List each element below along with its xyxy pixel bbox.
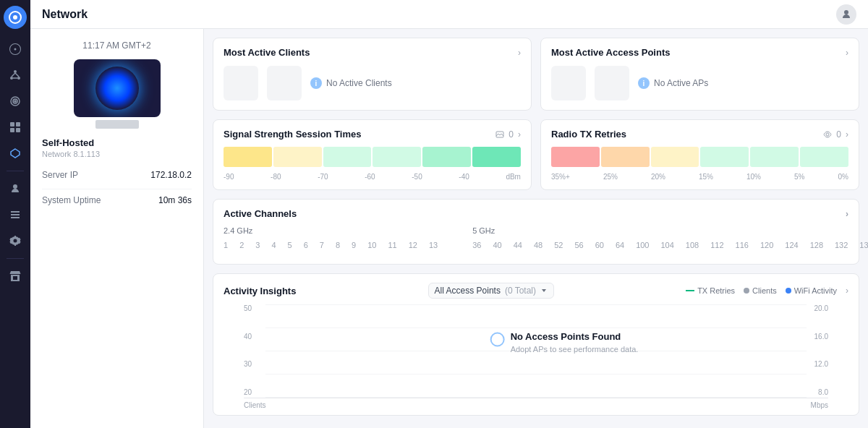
y-labels-left: 50 40 30 20 [244,304,252,398]
chevron-right-icon-aps: › [846,48,848,58]
y-right-axis-label: Mbps [811,401,828,409]
most-active-aps-nav[interactable]: › [846,48,848,58]
chevron-down-icon [540,287,548,294]
chevron-right-activity: › [846,286,848,296]
tx-bar-6 [800,147,848,167]
svg-rect-17 [11,211,20,213]
no-data-overlay: No Access Points Found Adopt APs to see … [511,330,639,353]
signal-strength-nav[interactable]: 0 › [495,129,521,140]
header: Network [30,0,868,29]
ap-device-thumb-2 [595,66,629,100]
ghz-24-label: 2.4 GHz [224,226,438,235]
tx-bar-4 [700,147,749,167]
sidebar-item-network[interactable] [4,142,27,165]
activity-chart: 50 40 30 20 20.0 16.0 12.0 8.0 [213,304,859,415]
active-channels-title: Active Channels › [224,208,848,219]
tx-bar-1 [551,147,600,167]
activity-filter-button[interactable]: All Access Points (0 Total) [428,283,555,299]
radio-tx-bars [551,147,848,167]
signal-bar-4 [373,147,421,167]
chevron-right-channels: › [846,209,848,219]
tx-bar-2 [601,147,650,167]
svg-point-21 [826,133,829,136]
right-panel: Most Active Clients › i No Active Client… [204,29,868,428]
legend-clients-dot [744,288,749,294]
info-icon-aps: i [638,77,650,89]
active-cards-row: Most Active Clients › i No Active Client… [213,38,859,111]
most-active-aps-card: Most Active Access Points › i No Active … [540,38,859,111]
radio-tx-nav[interactable]: 0 › [823,129,848,140]
grid-line-5 [265,397,807,398]
y-labels-right: 20.0 16.0 12.0 8.0 [814,304,828,398]
tx-bar-5 [750,147,799,167]
sidebar-item-settings[interactable] [4,229,27,252]
grid-line-1 [265,304,807,305]
main-area: Network 11:17 AM GMT+2 Self-Hosted Netwo… [30,0,868,428]
sidebar [0,0,30,428]
chart-wrapper: 50 40 30 20 20.0 16.0 12.0 8.0 [224,304,848,409]
most-active-clients-title: Most Active Clients › [224,47,521,58]
most-active-aps-title: Most Active Access Points › [551,47,848,58]
axis-labels: Clients Mbps [244,401,828,409]
svg-point-3 [14,70,17,73]
svg-point-5 [17,77,20,80]
activity-insights-card: Activity Insights All Access Points (0 T… [213,273,859,416]
legend-wifi-activity: WiFi Activity [786,286,837,295]
client-device-thumb-2 [267,66,302,100]
device-image [74,59,161,117]
sidebar-item-store[interactable] [4,265,27,288]
channel-numbers-5: 36 40 44 48 52 56 60 64 100 104 108 112 [472,241,868,249]
no-active-aps-badge: i No Active APs [638,77,708,89]
signal-labels: -90 -80 -70 -60 -50 -40 dBm [224,173,521,181]
signal-strength-card: Signal Strength Session Times 0 › [213,119,532,190]
chevron-right-tx: › [846,129,848,140]
sidebar-item-users[interactable] [4,177,27,200]
no-active-clients-badge: i No Active Clients [310,77,392,89]
tx-bar-3 [651,147,699,167]
svg-point-2 [14,48,17,51]
sidebar-item-dashboard[interactable] [4,38,27,61]
svg-rect-12 [10,122,14,127]
most-active-clients-card: Most Active Clients › i No Active Client… [213,38,532,111]
legend-clients: Clients [744,286,777,295]
page-title: Network [42,8,88,21]
radio-tx-title: Radio TX Retries 0 › [551,129,848,140]
uptime-row: System Uptime 10m 36s [42,189,192,211]
signal-cards-row: Signal Strength Session Times 0 › [213,119,859,190]
most-active-clients-nav[interactable]: › [518,48,521,58]
svg-point-4 [10,77,13,80]
signal-bar-3 [323,147,372,167]
eye-icon [823,130,832,139]
svg-point-11 [14,100,16,102]
logo[interactable] [4,6,27,29]
image-icon [495,130,504,139]
y-left-axis-label: Clients [244,401,266,409]
signal-bar-6 [472,147,521,167]
grid-line-2 [265,328,807,328]
most-active-aps-content: i No Active APs [551,65,848,101]
svg-point-1 [13,15,17,20]
activity-legend: TX Retries Clients WiFi Activity › [686,286,848,296]
user-avatar[interactable] [836,4,856,25]
server-ip-value: 172.18.0.2 [150,170,192,180]
channel-section-24: 2.4 GHz 1 2 3 4 5 6 7 8 9 10 11 [224,226,438,249]
radio-tx-card: Radio TX Retries 0 › [540,119,859,190]
sidebar-item-topology[interactable] [4,64,27,87]
chart-container: 50 40 30 20 20.0 16.0 12.0 8.0 [244,304,828,398]
svg-rect-18 [11,214,20,215]
device-info: Self-Hosted Network 8.1.113 Server IP 17… [42,137,192,211]
legend-wifi-dot [786,288,791,294]
uptime-label: System Uptime [42,195,101,205]
active-channels-card: Active Channels › 2.4 GHz 1 2 3 4 5 6 [213,199,859,265]
sidebar-item-list[interactable] [4,203,27,226]
content-area: 11:17 AM GMT+2 Self-Hosted Network 8.1.1… [30,29,868,428]
sidebar-item-target[interactable] [4,90,27,113]
svg-rect-14 [10,128,14,132]
sidebar-item-layers[interactable] [4,116,27,139]
info-icon-clients: i [310,77,322,89]
channel-numbers-24: 1 2 3 4 5 6 7 8 9 10 11 12 13 [224,241,438,249]
no-data-circle-icon [490,332,505,346]
server-ip-label: Server IP [42,170,78,180]
channels-content: 2.4 GHz 1 2 3 4 5 6 7 8 9 10 11 [224,226,848,255]
legend-tx-line [686,290,694,291]
